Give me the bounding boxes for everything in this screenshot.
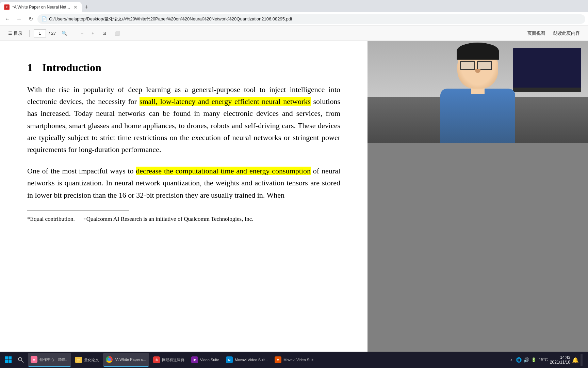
svg-marker-8 (194, 358, 196, 361)
file-icon (75, 357, 82, 363)
netease-label: 网易有道词典 (162, 357, 184, 363)
view-mode-label: 页面视图 (527, 30, 545, 36)
search-taskbar-btn[interactable] (15, 353, 27, 367)
windows-logo (5, 356, 12, 363)
address-bar[interactable]: 📄 C:/Users/melaptop/Desktop/量化论文/A%20Whi… (37, 14, 585, 24)
video-suite-icon (191, 356, 198, 363)
volume-icon[interactable]: 🔊 (523, 357, 529, 363)
browser-chrome: P *A White Paper on Neural Netw... ✕ + ←… (0, 0, 588, 41)
zoom-in-btn[interactable]: + (89, 29, 97, 37)
menu-label: 目录 (14, 30, 22, 36)
address-icon: 📄 (42, 16, 47, 21)
chrome-icon (106, 356, 113, 363)
chevron-up-icon[interactable]: ∧ (508, 357, 514, 363)
menu-btn[interactable]: ☰ 目录 (5, 29, 25, 38)
zoom-out-btn[interactable]: − (78, 29, 86, 37)
pdf-panel: 1Introduction With the rise in popularit… (0, 41, 368, 353)
paragraph-2: One of the most impactful ways to decrea… (27, 165, 340, 201)
taskbar-bilibili[interactable]: B 创作中心 - 哔哔... (28, 353, 71, 367)
footnote-2: †Qualcomm AI Research is an initiative o… (83, 216, 253, 222)
footnote-text: *Equal contribution. †Qualcomm AI Resear… (27, 216, 340, 223)
footnote-divider (27, 211, 129, 211)
tab-title: *A White Paper on Neural Netw... (12, 5, 71, 10)
start-btn[interactable] (3, 353, 14, 367)
taskbar-video-suite[interactable]: Video Suite (189, 353, 222, 367)
address-text: C:/Users/melaptop/Desktop/量化论文/A%20White… (49, 16, 581, 22)
svg-text:P: P (6, 6, 7, 9)
page-input[interactable] (34, 29, 46, 37)
back-btn[interactable]: ← (3, 14, 12, 24)
section-num: 1 (27, 61, 33, 74)
active-tab[interactable]: P *A White Paper on Neural Netw... ✕ (0, 2, 82, 12)
highlight-1: small, low-latency and energy efficient … (140, 97, 311, 106)
show-desktop-btn[interactable] (581, 354, 583, 366)
network-icon[interactable]: 🌐 (516, 357, 522, 363)
fit-width-btn[interactable]: ⬜ (112, 29, 122, 37)
svg-line-3 (21, 361, 23, 363)
taskbar-movavi-1[interactable]: M Movavi Video Suit... (223, 353, 271, 367)
toolbar-sep-1 (29, 30, 30, 37)
taskbar-netease[interactable]: 有 网易有道词典 (150, 353, 187, 367)
new-tab-btn[interactable]: + (82, 2, 91, 12)
read-aloud-label: 朗读此页内容 (553, 30, 580, 36)
refresh-btn[interactable]: ↻ (26, 14, 35, 24)
search-icon: 🔍 (62, 31, 67, 36)
fit-page-icon: ⊡ (102, 31, 106, 36)
read-aloud-btn[interactable]: 朗读此页内容 (551, 29, 583, 38)
svg-point-2 (18, 357, 22, 361)
svg-rect-7 (77, 361, 79, 362)
nav-bar: ← → ↻ 📄 C:/Users/melaptop/Desktop/量化论文/A… (0, 12, 588, 26)
notification-icon[interactable]: 🔔 (572, 357, 578, 363)
webcam-person (440, 89, 515, 143)
tab-close-btn[interactable]: ✕ (74, 4, 78, 10)
taskbar: B 创作中心 - 哔哔... 量化论文 *A White Paper o... … (0, 352, 588, 368)
svg-rect-5 (77, 359, 80, 359)
toolbar-right: 页面视图 朗读此页内容 (525, 29, 583, 38)
chrome-label: *A White Paper o... (115, 357, 146, 362)
webcam-monitor (513, 48, 581, 92)
bilibili-label: 创作中心 - 哔哔... (39, 357, 68, 362)
taskbar-chrome[interactable]: *A White Paper o... (103, 353, 149, 367)
movavi-2-icon: M (275, 356, 281, 363)
toolbar-sep-2 (74, 30, 74, 37)
sys-icons: ∧ 🌐 🔊 🔋 (508, 357, 537, 363)
taskbar-clock[interactable]: 14:43 2021/11/10 (550, 355, 570, 365)
tab-favicon: P (4, 4, 10, 10)
clock-date: 2021/11/10 (550, 360, 570, 365)
movavi-1-label: Movavi Video Suit... (235, 358, 268, 362)
taskbar-tray: ∧ 🌐 🔊 🔋 15°C 14:43 2021/11/10 🔔 (505, 354, 585, 366)
highlight-2: decrease the computational time and ener… (136, 167, 311, 175)
temperature: 15°C (539, 357, 548, 362)
svg-rect-6 (77, 360, 80, 361)
taskbar-movavi-2[interactable]: M Movavi Video Suit... (272, 353, 319, 367)
clock-time: 14:43 (550, 355, 570, 360)
menu-icon: ☰ (8, 31, 12, 36)
paragraph-1: With the rise in popularity of deep lear… (27, 83, 340, 155)
page-total: / 27 (49, 31, 56, 36)
movavi-2-label: Movavi Video Suit... (283, 358, 316, 362)
footnote-1: *Equal contribution. (27, 216, 75, 222)
forward-btn[interactable]: → (14, 14, 24, 24)
taskbar-file[interactable]: 量化论文 (72, 353, 102, 367)
pdf-toolbar: ☰ 目录 / 27 🔍 − + ⊡ ⬜ 页面视图 朗读此页内容 (0, 26, 588, 41)
netease-icon: 有 (153, 356, 160, 363)
battery-icon[interactable]: 🔋 (530, 357, 537, 363)
section-heading: 1Introduction (27, 61, 340, 74)
file-label: 量化论文 (84, 357, 99, 363)
video-suite-label: Video Suite (200, 358, 219, 362)
bilibili-icon: B (31, 356, 37, 363)
webcam-panel (368, 41, 588, 143)
section-title: Introduction (42, 61, 101, 74)
fit-width-icon: ⬜ (114, 31, 120, 36)
search-btn[interactable]: 🔍 (59, 29, 70, 37)
main-content-area: 1Introduction With the rise in popularit… (0, 41, 588, 353)
fit-page-btn[interactable]: ⊡ (100, 29, 109, 37)
movavi-1-icon: M (226, 356, 233, 363)
tab-bar: P *A White Paper on Neural Netw... ✕ + (0, 0, 588, 12)
view-mode-btn[interactable]: 页面视图 (525, 29, 548, 38)
